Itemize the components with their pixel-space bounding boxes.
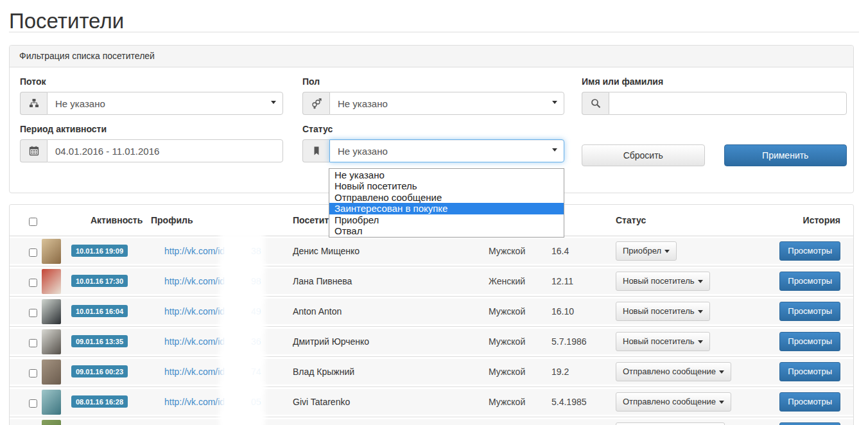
sitemap-icon [20,92,47,115]
row-status-dropdown-button[interactable]: Отправлено сообщение [616,392,731,412]
profile-link[interactable]: http://vk.com/id [164,397,225,407]
row-checkbox[interactable] [29,339,37,347]
search-icon [582,92,609,115]
status-select[interactable]: Не указано [329,139,564,162]
status-option[interactable]: Не указано [329,169,564,180]
avatar [42,269,61,294]
profile-link[interactable]: http://vk.com/id [164,367,225,377]
visitor-name: Денис Мищенко [293,246,360,256]
views-button[interactable]: Просмотры [779,272,840,291]
visitor-gender: Мужской [489,306,525,317]
visitor-gender: Мужской [489,246,525,256]
gender-select-value: Не указано [338,98,388,109]
avatar [42,239,61,264]
gender-field: Пол Не указано [302,76,564,115]
activity-badge: 09.01.16 13:35 [71,335,128,347]
status-select-value: Не указано [338,146,388,157]
gender-icon [302,92,329,115]
visitors-page: Посетители Фильтрация списка посетителей… [0,0,868,425]
stream-field: Поток Не указано [20,76,283,115]
period-input[interactable]: 04.01.2016 - 11.01.2016 [47,139,283,162]
name-label: Имя или фамилия [582,76,847,87]
gender-select[interactable]: Не указано [329,92,564,115]
row-status-dropdown-button[interactable]: Отправлено сообщение [616,362,731,381]
row-status-dropdown-button[interactable]: Новый посетитель [616,332,710,351]
views-button[interactable]: Просмотры [779,332,840,351]
status-option[interactable]: Отвал [329,225,564,236]
select-all-checkbox[interactable] [29,218,37,226]
profile-link[interactable]: http://vk.com/id [164,246,225,256]
profile-link[interactable]: http://vk.com/id [164,306,225,317]
row-status-dropdown-button[interactable]: Приобрел [616,241,677,261]
calendar-icon [20,139,47,162]
views-button[interactable]: Просмотры [779,422,840,425]
gender-label: Пол [302,76,564,87]
status-option[interactable]: Новый посетитель [329,180,564,191]
views-button[interactable]: Просмотры [779,241,840,261]
stream-select[interactable]: Не указано [47,92,283,115]
row-checkbox[interactable] [29,248,37,257]
table-row: Просмотры [10,417,853,425]
page-title: Посетители [9,9,124,33]
visitor-birthday: 19.2 [551,367,569,377]
activity-badge: 10.01.16 19:09 [71,245,128,257]
period-field: Период активности 04.01.20 [20,124,283,162]
activity-badge: 10.01.16 17:30 [71,275,128,287]
row-status-label: Отправлено сообщение [623,367,716,376]
status-select-dropdown: Не указаноНовый посетительОтправлено соо… [329,168,564,238]
table-body: 10.01.16 19:09 http://vk.com/id 38 Денис… [10,236,853,425]
apply-button[interactable]: Применить [724,144,847,166]
row-status-label: Новый посетитель [623,306,695,316]
avatar [42,360,61,385]
views-button[interactable]: Просмотры [779,302,840,321]
row-checkbox[interactable] [29,309,37,317]
views-button[interactable]: Просмотры [779,362,840,381]
bookmark-icon [302,139,329,162]
activity-badge: 09.01.16 00:23 [71,365,128,377]
chevron-down-icon [552,101,557,104]
row-status-label: Приобрел [623,246,661,256]
activity-badge: 08.01.16 16:28 [71,395,128,408]
row-status-dropdown-button[interactable]: Новый посетитель [616,302,710,321]
profile-link[interactable]: http://vk.com/id [164,276,225,286]
chevron-down-icon [719,370,724,374]
avatar [42,329,61,354]
status-option[interactable]: Заинтересован в покупке [329,203,564,214]
views-button[interactable]: Просмотры [779,392,840,412]
filter-panel-title: Фильтрация списка посетителей [10,46,853,67]
profile-link[interactable]: http://vk.com/id [164,336,225,347]
table-row: 10.01.16 17:30 http://vk.com/id 98 Лана … [10,266,853,297]
chevron-down-icon [698,280,703,283]
row-status-dropdown-button[interactable]: Новый посетитель [616,272,710,291]
status-option[interactable]: Отправлено сообщение [329,192,564,203]
activity-badge: 10.01.16 16:04 [71,305,128,317]
status-option[interactable]: Приобрел [329,214,564,225]
row-status-label: Новый посетитель [623,276,695,286]
status-field: Статус Не указано [302,124,564,162]
avatar [42,420,61,425]
row-status-label: Отправлено сообщение [623,397,716,406]
table-row: 10.01.16 16:04 http://vk.com/id 49 Anton… [10,297,853,327]
chevron-down-icon [698,310,703,313]
visitor-birthday: 16.10 [551,306,574,317]
reset-button[interactable]: Сбросить [582,144,705,166]
period-input-value: 04.01.2016 - 11.01.2016 [55,146,159,157]
visitor-name: Влад Крыжний [293,367,354,377]
row-checkbox[interactable] [29,279,37,287]
row-checkbox[interactable] [29,399,37,408]
name-input[interactable] [609,92,847,115]
visitor-birthday: 12.11 [551,276,573,286]
chevron-down-icon [552,148,557,152]
filter-actions: Сбросить Применить [582,144,847,166]
visitor-gender: Женский [489,276,525,286]
column-activity: Активность [91,215,143,225]
status-label: Статус [302,124,564,134]
visitor-name: Givi Tatarenko [293,397,350,407]
table-row: 09.01.16 13:35 http://vk.com/id 36 Дмитр… [10,327,853,357]
chevron-down-icon [719,401,724,404]
row-checkbox[interactable] [29,369,37,377]
row-status-dropdown-button[interactable] [616,422,725,425]
blurred-id-patch [224,413,260,425]
visitor-name: Лана Пивнева [293,276,352,286]
visitor-name: Дмитрий Юрченко [293,336,369,347]
